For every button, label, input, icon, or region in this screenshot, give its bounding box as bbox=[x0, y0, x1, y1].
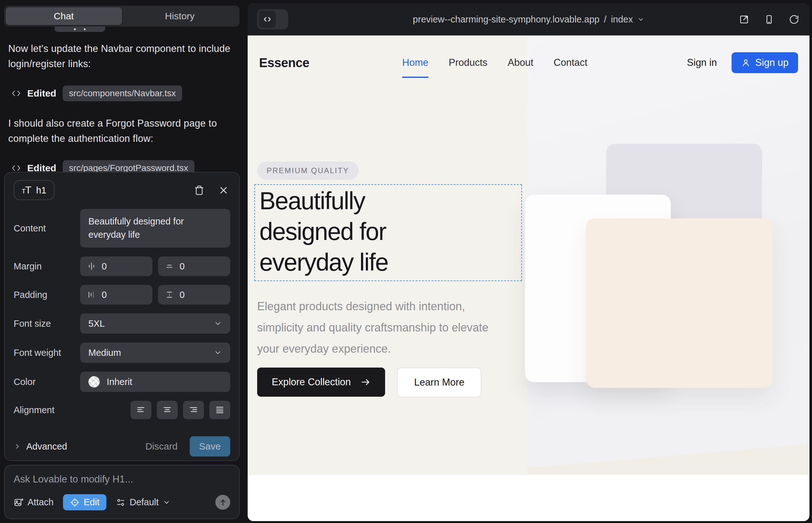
delete-element-button[interactable] bbox=[192, 183, 206, 197]
align-left-button[interactable] bbox=[130, 401, 152, 419]
prompt-input[interactable] bbox=[14, 474, 230, 485]
margin-row: Margin 0 0 bbox=[14, 256, 230, 276]
chat-history-tabbar: Chat History bbox=[4, 6, 240, 26]
typography-icon: тT bbox=[22, 184, 31, 196]
padding-y-input[interactable]: 0 bbox=[158, 285, 230, 305]
attach-image-icon bbox=[14, 497, 23, 507]
user-icon bbox=[741, 58, 751, 68]
chevron-down-icon bbox=[637, 16, 644, 23]
font-weight-select[interactable]: Medium bbox=[80, 343, 230, 363]
chevron-down-icon bbox=[214, 320, 222, 328]
nav-link-home[interactable]: Home bbox=[402, 57, 428, 68]
site-nav-auth: Sign in Sign up bbox=[687, 52, 798, 73]
chevron-right-icon bbox=[14, 443, 21, 450]
chat-message: Now let's update the Navbar component to… bbox=[8, 41, 234, 72]
code-preview-toggle[interactable] bbox=[257, 9, 288, 30]
default-mode-select[interactable]: Default bbox=[116, 497, 170, 507]
refresh-icon bbox=[789, 14, 799, 25]
sliders-icon bbox=[116, 498, 125, 507]
scroll-peek-pill bbox=[54, 26, 105, 32]
alignment-row: Alignment bbox=[14, 401, 230, 419]
margin-y-input[interactable]: 0 bbox=[158, 256, 230, 276]
hero-heading[interactable]: Beautifully designed for everyday life bbox=[259, 185, 462, 278]
padding-row: Padding 0 0 bbox=[14, 285, 230, 305]
decorative-card-cream bbox=[586, 218, 773, 388]
tab-history[interactable]: History bbox=[122, 7, 238, 25]
font-size-select[interactable]: 5XL bbox=[80, 313, 230, 334]
code-icon bbox=[12, 163, 21, 173]
open-in-new-tab-button[interactable] bbox=[738, 14, 750, 25]
sign-in-link[interactable]: Sign in bbox=[687, 57, 717, 68]
tab-chat[interactable]: Chat bbox=[6, 7, 122, 25]
hero-description: Elegant products designed with intention… bbox=[257, 296, 511, 359]
content-input[interactable]: Beautifully designed for everyday life bbox=[80, 209, 230, 248]
arrow-right-icon bbox=[360, 377, 371, 387]
color-row: Color Inherit bbox=[14, 372, 230, 392]
h1-selection-outline[interactable]: Beautifully designed for everyday life bbox=[254, 184, 522, 281]
nav-link-contact[interactable]: Contact bbox=[553, 57, 587, 68]
sign-up-button[interactable]: Sign up bbox=[731, 52, 798, 73]
preview-domain: preview--charming-site-symphony.lovable.… bbox=[413, 14, 600, 25]
align-right-button[interactable] bbox=[183, 401, 204, 419]
color-label: Color bbox=[14, 377, 80, 387]
align-justify-button[interactable] bbox=[209, 401, 230, 419]
margin-vertical-icon bbox=[165, 262, 174, 271]
edited-label: Edited bbox=[27, 88, 56, 99]
learn-more-button[interactable]: Learn More bbox=[397, 367, 482, 397]
prompt-box: Attach Edit Default bbox=[4, 465, 240, 519]
align-center-icon bbox=[162, 405, 172, 415]
align-center-button[interactable] bbox=[157, 401, 178, 419]
padding-horizontal-icon bbox=[87, 290, 96, 299]
margin-x-input[interactable]: 0 bbox=[80, 256, 152, 276]
color-select[interactable]: Inherit bbox=[80, 372, 230, 392]
font-size-label: Font size bbox=[14, 319, 80, 329]
site-nav-links: Home Products About Contact bbox=[402, 57, 587, 68]
chevron-down-icon bbox=[214, 348, 222, 357]
attach-button[interactable]: Attach bbox=[14, 497, 54, 507]
align-right-icon bbox=[189, 405, 198, 415]
refresh-button[interactable] bbox=[788, 14, 800, 25]
padding-vertical-icon bbox=[165, 290, 174, 299]
edited-file-chip[interactable]: src/components/Navbar.tsx bbox=[63, 86, 182, 101]
font-weight-label: Font weight bbox=[14, 348, 80, 358]
edit-mode-button[interactable]: Edit bbox=[63, 494, 106, 510]
align-justify-icon bbox=[215, 405, 225, 415]
close-panel-button[interactable] bbox=[217, 184, 230, 197]
advanced-toggle[interactable]: Advanced bbox=[14, 441, 67, 452]
edited-file-row: Edited src/components/Navbar.tsx bbox=[12, 86, 234, 101]
site-page: Essence Home Products About Contact Sign… bbox=[248, 35, 810, 521]
selected-element-pill[interactable]: тT h1 bbox=[14, 180, 54, 200]
content-row: Content Beautifully designed for everyda… bbox=[14, 209, 230, 248]
hero-cta-row: Explore Collection Learn More bbox=[257, 367, 481, 397]
padding-label: Padding bbox=[14, 290, 80, 300]
save-button[interactable]: Save bbox=[190, 436, 230, 456]
preview-url[interactable]: preview--charming-site-symphony.lovable.… bbox=[413, 14, 645, 25]
path-separator: / bbox=[604, 14, 606, 25]
padding-x-input[interactable]: 0 bbox=[80, 285, 152, 305]
chevron-down-icon bbox=[163, 499, 170, 506]
smartphone-icon bbox=[764, 14, 774, 25]
code-icon bbox=[259, 11, 276, 28]
send-button[interactable] bbox=[215, 495, 230, 510]
chat-message: I should also create a Forgot Password p… bbox=[8, 116, 234, 146]
preview-toolbar: preview--charming-site-symphony.lovable.… bbox=[248, 3, 810, 35]
margin-label: Margin bbox=[14, 261, 80, 272]
font-size-row: Font size 5XL bbox=[14, 313, 230, 334]
prompt-actions: Attach Edit Default bbox=[14, 494, 230, 510]
crosshair-icon bbox=[70, 498, 80, 507]
premium-quality-badge: PREMIUM QUALITY bbox=[257, 161, 358, 180]
site-logo[interactable]: Essence bbox=[259, 56, 310, 70]
chat-message-list: Now let's update the Navbar component to… bbox=[8, 41, 234, 191]
nav-link-about[interactable]: About bbox=[508, 57, 533, 68]
nav-link-products[interactable]: Products bbox=[449, 57, 488, 68]
align-left-icon bbox=[136, 405, 146, 415]
explore-collection-button[interactable]: Explore Collection bbox=[257, 367, 385, 397]
alignment-label: Alignment bbox=[14, 405, 80, 415]
external-link-icon bbox=[739, 14, 749, 25]
discard-button[interactable]: Discard bbox=[145, 441, 178, 452]
margin-horizontal-icon bbox=[87, 262, 96, 271]
element-tag: h1 bbox=[36, 185, 46, 196]
code-icon bbox=[12, 89, 21, 98]
font-weight-row: Font weight Medium bbox=[14, 343, 230, 363]
mobile-view-button[interactable] bbox=[763, 14, 775, 25]
